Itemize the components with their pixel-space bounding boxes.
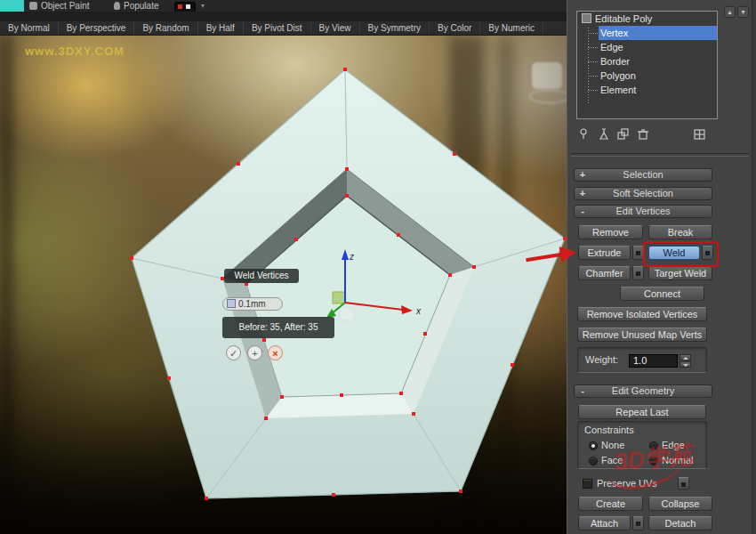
viewport[interactable]: www.3DXY.COM: [0, 36, 567, 534]
radio-label: Edge: [662, 440, 685, 450]
spinner-icon: [227, 299, 236, 308]
white-swatch-icon: [186, 4, 190, 9]
minimized-panel-tab[interactable]: [0, 0, 24, 12]
rollout-edit-vertices[interactable]: - Edit Vertices: [574, 205, 712, 218]
stack-item-label: Polygon: [600, 70, 636, 81]
spinner-up-icon[interactable]: [680, 354, 691, 360]
remove-unused-map-verts-button[interactable]: Remove Unused Map Verts: [577, 328, 707, 342]
weight-group: Weight: 1.0: [577, 347, 707, 373]
target-weld-button[interactable]: Target Weld: [648, 266, 712, 280]
attach-button[interactable]: Attach: [578, 516, 631, 530]
expand-icon: +: [578, 169, 587, 180]
remove-button[interactable]: Remove: [578, 225, 643, 239]
break-button[interactable]: Break: [648, 225, 712, 239]
extrude-button[interactable]: Extrude: [578, 246, 631, 260]
stack-item-label: Vertex: [600, 28, 628, 38]
viewport-watermark: www.3DXY.COM: [25, 44, 125, 58]
weld-threshold-value: 0.1mm: [238, 299, 266, 309]
stack-item-element[interactable]: Element: [577, 83, 717, 97]
expand-icon: +: [578, 188, 587, 198]
weight-label: Weight:: [585, 354, 618, 365]
cancel-button[interactable]: ×: [268, 345, 283, 360]
ribbon-tab-row: Object Paint Populate ▾: [0, 0, 567, 12]
radio-icon: [589, 441, 598, 450]
command-panel: Editable Poly Vertex Edge Border Polygon…: [567, 0, 756, 534]
rollout-title: Edit Vertices: [575, 206, 712, 216]
rollout-title: Selection: [575, 169, 712, 180]
weld-settings-icon[interactable]: [702, 246, 713, 260]
by-numeric-button[interactable]: By Numeric: [480, 21, 543, 35]
constraint-face-radio[interactable]: Face: [589, 455, 623, 465]
chamfer-button[interactable]: Chamfer: [578, 266, 631, 280]
by-perspective-button[interactable]: By Perspective: [59, 21, 135, 35]
repeat-last-button[interactable]: Repeat Last: [578, 405, 706, 419]
make-unique-icon[interactable]: [615, 127, 632, 142]
remove-modifier-icon[interactable]: [635, 127, 652, 142]
x-axis-label: x: [415, 306, 422, 316]
radio-label: Face: [601, 455, 623, 465]
rollout-title: Edit Geometry: [575, 385, 712, 396]
rollout-selection[interactable]: + Selection: [574, 168, 712, 182]
by-normal-button[interactable]: By Normal: [0, 21, 59, 35]
preserve-uvs-label: Preserve UVs: [597, 478, 657, 489]
configure-modifier-sets-icon[interactable]: [692, 127, 709, 142]
stack-item-polygon[interactable]: Polygon: [577, 69, 717, 83]
stack-item-editable-poly[interactable]: Editable Poly: [577, 12, 717, 26]
connect-button[interactable]: Connect: [620, 287, 704, 301]
rollout-title: Soft Selection: [575, 188, 712, 198]
constraint-edge-radio[interactable]: Edge: [649, 440, 685, 450]
by-half-button[interactable]: By Half: [198, 21, 244, 35]
stack-item-label: Edge: [600, 42, 623, 53]
spinner-down-icon[interactable]: [680, 361, 691, 368]
scroll-down-icon[interactable]: ▾: [737, 6, 749, 18]
panel-scrollbar[interactable]: [752, 0, 756, 534]
panel-divider: [571, 153, 749, 157]
pin-stack-icon[interactable]: [576, 127, 593, 142]
z-axis-label: z: [349, 252, 354, 262]
stack-item-border[interactable]: Border: [577, 54, 717, 69]
radio-icon: [649, 441, 658, 450]
radio-label: None: [601, 440, 624, 450]
red-swatch-icon: [178, 4, 182, 9]
by-color-button[interactable]: By Color: [430, 21, 480, 35]
radio-icon: [589, 457, 598, 465]
collapse-icon: -: [578, 206, 587, 216]
show-end-result-icon[interactable]: [596, 127, 613, 142]
weld-threshold-field[interactable]: 0.1mm: [222, 297, 283, 311]
scroll-up-icon[interactable]: ▴: [724, 6, 736, 18]
radio-label: Normal: [662, 455, 693, 465]
tab-object-paint[interactable]: Object Paint: [41, 1, 89, 11]
preserve-uvs-settings-icon[interactable]: [678, 477, 689, 490]
chamfer-settings-icon[interactable]: [632, 266, 644, 280]
pentagon-mesh[interactable]: z x: [0, 36, 567, 534]
remove-isolated-vertices-button[interactable]: Remove Isolated Vertices: [577, 307, 707, 321]
rollout-edit-geometry[interactable]: - Edit Geometry: [574, 384, 712, 398]
apply-button[interactable]: +: [247, 345, 262, 360]
extrude-settings-icon[interactable]: [632, 246, 644, 260]
by-random-button[interactable]: By Random: [134, 21, 197, 35]
detach-button[interactable]: Detach: [648, 516, 712, 530]
chevron-down-icon[interactable]: ▾: [201, 2, 205, 10]
stack-item-vertex[interactable]: Vertex: [577, 26, 717, 40]
object-icon: [582, 13, 591, 23]
by-symmetry-button[interactable]: By Symmetry: [360, 21, 430, 35]
rollout-soft-selection[interactable]: + Soft Selection: [574, 187, 712, 200]
populate-person-icon: [114, 2, 120, 10]
ok-button[interactable]: ✓: [226, 345, 241, 360]
constraint-none-radio[interactable]: None: [589, 440, 624, 450]
tab-populate[interactable]: Populate: [124, 1, 158, 11]
collapse-icon: -: [578, 385, 587, 396]
stack-item-edge[interactable]: Edge: [577, 40, 717, 54]
constraint-normal-radio[interactable]: Normal: [649, 455, 693, 465]
preserve-uvs-checkbox[interactable]: [583, 479, 592, 489]
by-pivot-dist-button[interactable]: By Pivot Dist: [244, 21, 311, 35]
modifier-stack[interactable]: Editable Poly Vertex Edge Border Polygon…: [576, 11, 718, 119]
weight-field[interactable]: 1.0: [629, 354, 678, 368]
by-view-button[interactable]: By View: [311, 21, 360, 35]
weight-spinner[interactable]: [680, 354, 691, 368]
attach-settings-icon[interactable]: [632, 516, 644, 530]
ribbon-button-row: By Normal By Perspective By Random By Ha…: [0, 21, 567, 36]
weld-button[interactable]: Weld: [648, 246, 700, 260]
collapse-button[interactable]: Collapse: [648, 497, 712, 511]
create-button[interactable]: Create: [578, 497, 643, 511]
